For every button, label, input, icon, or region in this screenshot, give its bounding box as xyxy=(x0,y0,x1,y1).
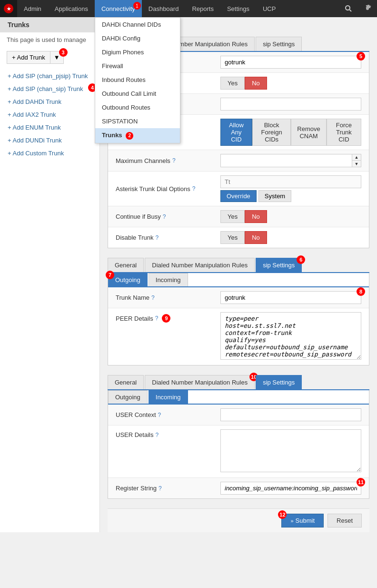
register-string-help[interactable]: ? xyxy=(159,485,162,492)
sidebar-add-enum[interactable]: + Add ENUM Trunk xyxy=(0,121,99,134)
tab2-dnmr[interactable]: Dialed Number Manipulation Rules xyxy=(145,258,255,272)
tab3-general[interactable]: General xyxy=(108,375,144,389)
sidebar-add-iax2[interactable]: + Add IAX2 Trunk xyxy=(0,108,99,121)
dd-firewall[interactable]: Firewall xyxy=(95,59,180,73)
subtab3-incoming[interactable]: Incoming xyxy=(149,390,188,404)
subtab2-outgoing[interactable]: 7 Outgoing xyxy=(108,273,148,286)
user-context-help[interactable]: ? xyxy=(158,412,161,418)
trunks-layout: Trunks This page is used to manage + Add… xyxy=(0,17,377,532)
nav-ucp[interactable]: UCP xyxy=(256,0,282,17)
add-trunk-section: + Add Trunk ▼ 3 xyxy=(0,47,99,68)
user-details-ctrl xyxy=(220,429,361,474)
trunks-dd-badge: 2 xyxy=(126,132,133,140)
search-icon-btn[interactable] xyxy=(339,0,358,17)
cid-allow[interactable]: Allow Any CID xyxy=(220,119,252,146)
subtab3-outgoing[interactable]: Outgoing xyxy=(108,390,148,404)
page-title: Trunks xyxy=(0,17,99,32)
continue-no[interactable]: No xyxy=(245,210,267,223)
hide-callerid-yes[interactable]: Yes xyxy=(220,77,245,90)
dd-trunks[interactable]: Trunks 2 xyxy=(95,128,180,143)
s2-trunk-name-help[interactable]: ? xyxy=(151,294,155,301)
max-channels-label: Maximum Channels ? xyxy=(116,157,220,164)
dd-outbound-routes[interactable]: Outbound Routes xyxy=(95,101,180,114)
override-btn[interactable]: Override xyxy=(220,190,257,202)
s2-trunk-name-ctrl: 8 xyxy=(220,291,361,304)
max-channels-input[interactable] xyxy=(221,155,352,167)
nav-reports[interactable]: Reports xyxy=(185,0,220,17)
dd-outbound-call-limit[interactable]: Outbound Call Limit xyxy=(95,87,180,101)
add-trunk-badge: 3 xyxy=(59,48,68,57)
dial-options-ctrl: Override System xyxy=(220,175,361,202)
section2: General Dialed Number Manipulation Rules… xyxy=(108,258,369,365)
disable-no[interactable]: No xyxy=(245,231,267,244)
reset-button[interactable]: Reset xyxy=(327,514,362,527)
peer-details-textarea[interactable]: type=peer host=eu.st.ssl7.net context=fr… xyxy=(220,312,361,360)
section3-tabs: General Dialed Number Manipulation Rules… xyxy=(108,375,369,390)
cid-force[interactable]: Force Trunk CID xyxy=(327,119,361,146)
tab2-sip[interactable]: sip Settings 6 xyxy=(256,258,302,272)
svg-point-2 xyxy=(346,6,350,10)
section2-tabs: General Dialed Number Manipulation Rules… xyxy=(108,258,369,273)
continue-busy-help[interactable]: ? xyxy=(163,213,166,220)
register-string-label: Register String ? xyxy=(116,485,220,492)
tab3-sip[interactable]: sip Settings xyxy=(256,375,302,389)
trunk-name-input[interactable] xyxy=(220,56,361,69)
dd-inbound-routes[interactable]: Inbound Routes xyxy=(95,73,180,87)
bottom-bar: 12 » Submit Reset xyxy=(108,508,369,532)
dial-options-help[interactable]: ? xyxy=(192,185,196,192)
max-channels-help[interactable]: ? xyxy=(172,157,176,164)
dial-options-input[interactable] xyxy=(220,175,361,188)
tab2-general[interactable]: General xyxy=(108,258,144,272)
max-channels-up[interactable]: ▲ xyxy=(352,154,361,161)
svg-line-3 xyxy=(350,10,352,12)
tab1-sip[interactable]: sip Settings xyxy=(256,37,302,51)
submit-button[interactable]: 12 » Submit xyxy=(281,514,324,527)
user-details-label: USER Details ? xyxy=(116,429,220,438)
subtab2-incoming[interactable]: Incoming xyxy=(149,273,188,286)
nav-admin[interactable]: Admin xyxy=(17,0,48,17)
disable-yes[interactable]: Yes xyxy=(220,231,245,244)
dd-dahdi-config[interactable]: DAHDi Config xyxy=(95,31,180,45)
user-details-textarea[interactable] xyxy=(220,429,361,472)
peer-details-ctrl: type=peer host=eu.st.ssl7.net context=fr… xyxy=(220,312,361,361)
dd-sipstation[interactable]: SIPSTATION xyxy=(95,114,180,128)
disable-trunk-row: Disable Trunk ? Yes No xyxy=(108,227,369,248)
section3-form: Outgoing Incoming USER Context ? xyxy=(108,390,369,499)
system-btn[interactable]: System xyxy=(258,190,291,202)
register-string-input[interactable] xyxy=(220,482,361,495)
cid-remove[interactable]: Remove CNAM xyxy=(291,119,326,146)
trunk-name-ctrl: 5 xyxy=(220,56,361,69)
cid-options-ctrl: Allow Any CID Block Foreign CIDs Remove … xyxy=(220,119,361,146)
hide-callerid-no[interactable]: No xyxy=(245,77,267,90)
dial-options-label: Asterisk Trunk Dial Options ? xyxy=(116,185,220,193)
outbound-callerid-input[interactable] xyxy=(220,98,361,111)
disable-trunk-ctrl: Yes No xyxy=(220,231,361,244)
max-channels-down[interactable]: ▼ xyxy=(352,161,361,167)
gear-icon-btn[interactable] xyxy=(358,0,377,17)
sidebar-add-chansip[interactable]: + Add SIP (chan_sip) Trunk 4 xyxy=(0,82,99,95)
dd-dahdi-dids[interactable]: DAHDi Channel DIDs xyxy=(95,18,180,31)
user-details-help[interactable]: ? xyxy=(155,432,159,438)
hide-callerid-ctrl: Yes No xyxy=(220,77,361,90)
sidebar-add-dahdi[interactable]: + Add DAHDi Trunk xyxy=(0,95,99,108)
sidebar-add-custom[interactable]: + Add Custom Trunk xyxy=(0,147,99,160)
nav-dashboard[interactable]: Dashboard xyxy=(142,0,186,17)
outbound-callerid-ctrl xyxy=(220,98,361,111)
nav-applications[interactable]: Applications xyxy=(48,0,95,17)
user-context-input[interactable] xyxy=(220,408,361,421)
sidebar-add-pjsip[interactable]: + Add SIP (chan_pjsip) Trunk xyxy=(0,70,99,82)
sidebar-add-dundi[interactable]: + Add DUNDi Trunk xyxy=(0,134,99,147)
nav-settings[interactable]: Settings xyxy=(220,0,256,17)
disable-trunk-label: Disable Trunk ? xyxy=(116,234,220,241)
section3-subtabs: Outgoing Incoming xyxy=(108,390,369,405)
cid-block[interactable]: Block Foreign CIDs xyxy=(252,119,291,146)
continue-yes[interactable]: Yes xyxy=(220,210,245,223)
peer-details-help[interactable]: ? xyxy=(155,315,159,322)
s2-trunk-name-input[interactable] xyxy=(220,291,361,304)
nav-connectivity[interactable]: Connectivity 1 DAHDi Channel DIDs DAHDi … xyxy=(95,0,142,17)
sidebar-items: + Add SIP (chan_pjsip) Trunk + Add SIP (… xyxy=(0,68,99,162)
dd-digium-phones[interactable]: Digium Phones xyxy=(95,45,180,59)
add-trunk-button[interactable]: + Add Trunk xyxy=(7,51,50,64)
tab3-dnmr[interactable]: Dialed Number Manipulation Rules 10 xyxy=(145,375,255,389)
disable-trunk-help[interactable]: ? xyxy=(155,234,159,241)
